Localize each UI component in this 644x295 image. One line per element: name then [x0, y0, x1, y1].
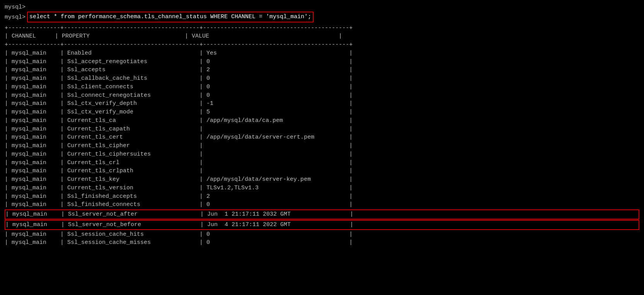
table-rows: | mysql_main | Enabled | Yes || mysql_ma… [5, 49, 639, 247]
table-row: | mysql_main | Ssl_session_cache_hits | … [5, 230, 639, 239]
table-row: | mysql_main | Ssl_callback_cache_hits |… [5, 74, 639, 83]
table-header: | CHANNEL| PROPERTY| VALUE| [5, 32, 639, 41]
table-row: | mysql_main | Ssl_ctx_verify_mode | 5 | [5, 108, 639, 117]
table-row: | mysql_main | Ssl_client_connects | 0 | [5, 83, 639, 91]
table-row: | mysql_main | Current_tls_crlpath | | [5, 167, 639, 175]
prompt-2: mysql> [5, 13, 26, 22]
table-row: | mysql_main | Ssl_connect_renegotiates … [5, 91, 639, 100]
col-header-channel: CHANNEL [12, 32, 55, 41]
divider-mid: +---------------+-----------------------… [5, 41, 639, 49]
divider-top: +---------------+-----------------------… [5, 24, 639, 33]
table-row: | mysql_main | Ssl_server_not_after | Ju… [5, 209, 639, 220]
prompt-line-2: mysql> select * from performance_schema.… [5, 12, 639, 23]
table-row: | mysql_main | Current_tls_key | /app/my… [5, 175, 639, 184]
table-row: | mysql_main | Current_tls_ciphersuites … [5, 150, 639, 159]
table-row: | mysql_main | Ssl_accept_renegotiates |… [5, 58, 639, 66]
table-row: | mysql_main | Ssl_finished_accepts | 2 … [5, 192, 639, 201]
table-row: | mysql_main | Current_tls_cipher | | [5, 142, 639, 150]
table-row: | mysql_main | Enabled | Yes | [5, 49, 639, 58]
table-row: | mysql_main | Current_tls_crl | | [5, 159, 639, 167]
table-row: | mysql_main | Current_tls_ca | /app/mys… [5, 117, 639, 125]
table-row: | mysql_main | Ssl_accepts | 2 | [5, 66, 639, 74]
sql-command: select * from performance_schema.tls_cha… [27, 12, 313, 22]
table-row: | mysql_main | Current_tls_cert | /app/m… [5, 133, 639, 142]
terminal: mysql> mysql> select * from performance_… [5, 3, 639, 247]
table-row: | mysql_main | Ssl_ctx_verify_depth | -1… [5, 99, 639, 108]
table-row: | mysql_main | Ssl_session_cache_misses … [5, 238, 639, 247]
col-header-value: VALUE [192, 32, 339, 41]
table-row: | mysql_main | Current_tls_capath | | [5, 125, 639, 134]
table-row: | mysql_main | Ssl_finished_connects | 0… [5, 201, 639, 209]
prompt-line-1: mysql> [5, 3, 639, 12]
table-row: | mysql_main | Ssl_server_not_before | J… [5, 220, 639, 230]
col-header-property: PROPERTY [62, 32, 185, 41]
table-row: | mysql_main | Current_tls_version | TLS… [5, 184, 639, 192]
prompt-1: mysql> [5, 4, 26, 10]
